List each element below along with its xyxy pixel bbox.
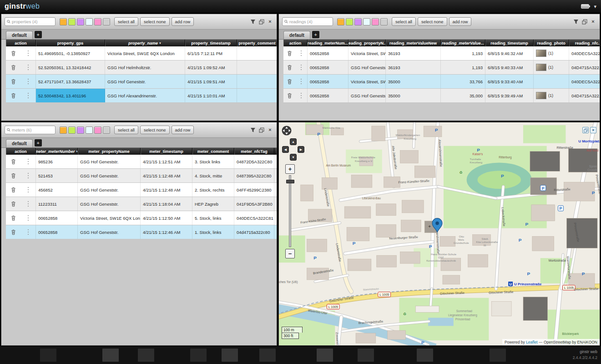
cell-meter_timestamp[interactable]: 4/21/15 1:18:04 AM: [141, 197, 192, 211]
column-header-meter_nfcTag[interactable]: meter_nfcTag: [234, 148, 274, 155]
cell-reading_timestamp[interactable]: 6/8/15 9:33:40 AM: [485, 75, 534, 88]
row-menu-button[interactable]: [298, 78, 304, 85]
delete-row-button[interactable]: [10, 78, 16, 85]
color-swatch-1[interactable]: [337, 18, 344, 25]
filter-icon[interactable]: [572, 18, 579, 25]
delete-row-button[interactable]: [10, 50, 16, 57]
select-all-button[interactable]: select all: [392, 17, 416, 26]
select-all-button[interactable]: select all: [114, 126, 138, 134]
cell-reading_nfc[interactable]: 040DEC5A322...: [569, 75, 600, 88]
row-menu-button[interactable]: [25, 200, 31, 207]
taskbar-item[interactable]: [138, 349, 154, 362]
cell-property_comment[interactable]: [237, 46, 277, 60]
pan-right-button[interactable]: ▶: [298, 146, 304, 153]
row-menu-button[interactable]: [25, 214, 31, 222]
column-header-reading_meterValue[interactable]: reading_meterValue...: [441, 40, 485, 46]
pan-down-button[interactable]: ▼: [290, 154, 297, 161]
add-tab-button[interactable]: +: [35, 139, 42, 147]
row-menu-button[interactable]: [25, 50, 31, 57]
delete-row-button[interactable]: [10, 64, 16, 71]
row-menu-button[interactable]: [25, 228, 31, 236]
table-row[interactable]: 00652858GSG Hof Geneststr.3500035,0006/8…: [283, 89, 600, 103]
cell-reading_meterValueNew[interactable]: 36193: [386, 46, 441, 60]
search-box[interactable]: [282, 17, 333, 26]
row-menu-button[interactable]: [25, 92, 31, 99]
menu-caret-icon[interactable]: ▾: [594, 4, 596, 10]
row-menu-button[interactable]: [298, 50, 304, 57]
cell-property_timestamp[interactable]: 4/21/15 1:09:51 AM: [185, 75, 237, 88]
row-menu-button[interactable]: [25, 186, 31, 193]
add-row-button[interactable]: add row: [172, 126, 194, 134]
tab-default[interactable]: default: [6, 31, 33, 39]
zoom-slider[interactable]: [289, 175, 291, 247]
filter-icon[interactable]: [249, 18, 256, 25]
select-none-button[interactable]: select none: [140, 126, 170, 134]
column-header-meter_timestamp[interactable]: meter_timestamp: [141, 148, 192, 155]
cell-reading_nfc[interactable]: 040DEC5A322...: [569, 46, 600, 60]
column-header-property_comment[interactable]: property_comment: [237, 40, 277, 46]
cell-meter_propertyName[interactable]: GSG Hof Geneststr.: [78, 197, 141, 211]
cell-reading_propertyName[interactable]: GSG Hof Geneststr.: [348, 61, 386, 74]
color-swatch-2[interactable]: [68, 126, 76, 134]
cell-meter_propertyName[interactable]: GSG Hof Geneststr.: [78, 225, 141, 239]
search-box[interactable]: [5, 17, 56, 26]
delete-row-button[interactable]: [10, 200, 16, 207]
search-box[interactable]: [5, 126, 56, 134]
add-row-button[interactable]: add row: [449, 17, 472, 26]
cell-property_comment[interactable]: [237, 75, 277, 88]
color-swatch-1[interactable]: [60, 18, 67, 25]
cell-reading_timestamp[interactable]: 6/8/15 9:40:33 AM: [485, 61, 534, 74]
taskbar-item[interactable]: [222, 349, 238, 362]
cell-meter_comment[interactable]: HEP Zagreb: [192, 197, 234, 211]
cell-meter_timestamp[interactable]: 4/21/15 1:12:48 AM: [141, 183, 192, 197]
color-swatch-4[interactable]: [86, 18, 93, 25]
table-row[interactable]: 00652858GSG Hof Geneststr.4/21/15 1:12:4…: [6, 225, 277, 239]
color-swatch-6[interactable]: [103, 126, 110, 134]
table-row[interactable]: 456852GSG Hof Geneststr.4/21/15 1:12:48 …: [6, 183, 277, 197]
tab-default[interactable]: default: [283, 31, 310, 39]
select-all-button[interactable]: select all: [114, 17, 138, 26]
cell-property_timestamp[interactable]: 4/21/15 1:09:52 AM: [185, 61, 237, 74]
table-row[interactable]: 11223311GSG Hof Geneststr.4/21/15 1:18:0…: [6, 197, 277, 211]
cell-meter_comment[interactable]: 1. Stock, links: [192, 225, 234, 239]
meters-search-input[interactable]: [12, 127, 53, 132]
cell-meter_nfcTag[interactable]: 040DEC5A322C81: [234, 211, 274, 225]
cell-reading_meterValue[interactable]: 1,193: [441, 46, 485, 60]
color-swatch-4[interactable]: [86, 126, 93, 134]
reading-photo-thumbnail[interactable]: [536, 92, 546, 99]
delete-row-button[interactable]: [10, 214, 16, 222]
table-row[interactable]: 00652858Victoria Street, SW1...3500033,7…: [283, 75, 600, 89]
color-swatch-6[interactable]: [103, 18, 110, 25]
color-swatch-6[interactable]: [380, 18, 388, 25]
cell-reading_meterNumber[interactable]: 00652858: [308, 89, 348, 102]
row-menu-button[interactable]: [25, 158, 31, 165]
color-swatch-2[interactable]: [68, 18, 76, 25]
row-menu-button[interactable]: [298, 64, 304, 71]
color-swatch-5[interactable]: [94, 18, 101, 25]
zoom-slider-handle[interactable]: [286, 180, 294, 183]
column-header-reading_propertyName[interactable]: reading_propertyN...: [348, 40, 386, 46]
color-swatch-3[interactable]: [354, 18, 362, 25]
cell-meter_comment[interactable]: 4. Stock, mitte: [192, 169, 234, 182]
cell-reading_meterValue[interactable]: 35,000: [441, 89, 485, 102]
reading-photo-thumbnail[interactable]: [536, 64, 546, 71]
column-header-property_timestamp[interactable]: property_timestamp: [185, 40, 237, 46]
add-tab-button[interactable]: +: [35, 31, 42, 38]
select-none-button[interactable]: select none: [140, 17, 170, 26]
cell-meter_timestamp[interactable]: 4/21/15 1:12:51 AM: [141, 155, 192, 168]
column-header-action[interactable]: action: [6, 148, 36, 155]
select-none-button[interactable]: select none: [418, 17, 447, 26]
cell-meter_propertyName[interactable]: GSG Hof Geneststr.: [78, 169, 141, 182]
cell-reading_timestamp[interactable]: 6/8/15 9:39:49 AM: [485, 89, 534, 102]
map-canvas[interactable]: L 1005L 1005L 1005PPPPPPPPPPPPPPP♻♻Märki…: [279, 122, 600, 345]
maximize-icon[interactable]: [258, 18, 265, 25]
column-header-reading_meterNumber[interactable]: reading_meterNum...: [308, 40, 348, 46]
cell-property_timestamp[interactable]: 4/21/15 1:10:01 AM: [185, 89, 237, 102]
cell-property_name[interactable]: GSG Hof Helmholtzstr.: [105, 61, 185, 74]
pan-up-button[interactable]: ▲: [290, 138, 297, 145]
close-icon[interactable]: ×: [590, 127, 596, 133]
cell-reading_nfc[interactable]: 04D4715A322...: [569, 61, 600, 74]
table-row[interactable]: 52.52050361, 13.32418442GSG Hof Helmholt…: [6, 61, 277, 75]
reading-photo-thumbnail[interactable]: [536, 50, 546, 57]
cell-meter_meterNumber[interactable]: 456852: [36, 183, 78, 197]
